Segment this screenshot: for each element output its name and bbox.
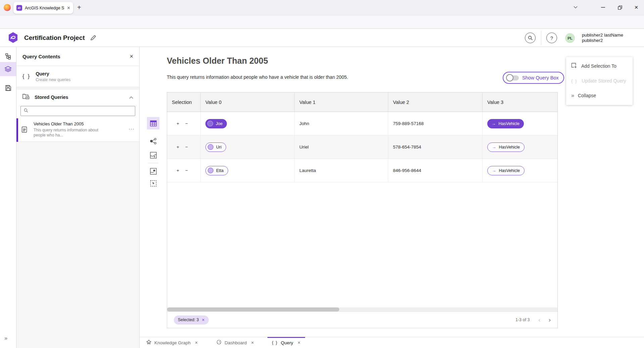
- folder-icon: [22, 94, 30, 101]
- menu-item-add-selection-to[interactable]: Add Selection To: [566, 59, 633, 73]
- user-info[interactable]: publisher2 lastName publisher2: [582, 33, 623, 43]
- scrollbar-thumb[interactable]: [167, 307, 339, 311]
- stored-queries-header[interactable]: Stored Queries: [16, 90, 139, 105]
- remove-selection-icon[interactable]: −: [185, 121, 188, 126]
- tab-query[interactable]: { } Query ×: [267, 337, 305, 348]
- table-row[interactable]: + − Etta Lauretta 846-956-8644 →HasVehic…: [167, 159, 557, 182]
- query-item[interactable]: { } Query Create new queries: [16, 66, 139, 87]
- table-header-row: Selection Value 0 Value 1 Value 2 Value …: [167, 93, 557, 112]
- add-selection-icon[interactable]: +: [177, 168, 179, 173]
- pagination-next-icon[interactable]: ›: [549, 316, 551, 324]
- header-divider: [541, 31, 541, 45]
- menu-item-update-stored-query[interactable]: { } Update Stored Query: [566, 73, 633, 88]
- menu-item-collapse[interactable]: » Collapse: [566, 88, 633, 103]
- stored-query-options-icon[interactable]: ···: [129, 126, 135, 131]
- expand-rail-icon[interactable]: »: [4, 335, 7, 341]
- entity-pill[interactable]: Uri: [205, 142, 226, 152]
- view-table-button[interactable]: [147, 117, 159, 129]
- tab-title: ArcGIS Knowledge Studio: [25, 6, 64, 10]
- window-minimize-button[interactable]: [598, 3, 608, 12]
- entity-pill[interactable]: Joe: [205, 119, 227, 128]
- entity-pill[interactable]: Etta: [205, 166, 228, 175]
- pagination-range: 1-3 of 3: [515, 317, 530, 322]
- close-tab-icon[interactable]: ×: [195, 340, 198, 345]
- add-selection-icon[interactable]: +: [177, 144, 179, 150]
- horizontal-scrollbar[interactable]: [167, 307, 557, 311]
- toggle-switch[interactable]: [507, 75, 519, 80]
- tab-close-icon[interactable]: ×: [67, 5, 70, 11]
- column-header-value0[interactable]: Value 0: [201, 93, 295, 112]
- search-input[interactable]: [31, 109, 132, 114]
- query-item-label: Query: [36, 71, 70, 76]
- avatar[interactable]: PL: [565, 33, 575, 43]
- entity-dot-icon: [207, 121, 213, 126]
- pagination-prev-icon[interactable]: ‹: [538, 316, 540, 324]
- sidebar-item-save[interactable]: [0, 81, 16, 95]
- view-link-chart-button[interactable]: [147, 135, 159, 147]
- remove-selection-icon[interactable]: −: [185, 168, 188, 173]
- stored-queries-label: Stored Queries: [35, 95, 68, 100]
- column-header-value3[interactable]: Value 3: [483, 93, 557, 112]
- toggle-knob[interactable]: [506, 74, 513, 81]
- table-row[interactable]: + − Uri Uriel 578-654-7854 →HasVehicle: [167, 135, 557, 159]
- show-query-box-toggle[interactable]: Show Query Box: [503, 72, 564, 84]
- user-login: publisher2: [582, 38, 623, 43]
- toolbar-divider: [148, 163, 158, 163]
- stored-queries-search[interactable]: [20, 106, 135, 116]
- knowledge-graph-icon: [146, 340, 151, 346]
- clear-selection-icon[interactable]: ×: [202, 317, 205, 323]
- remove-selection-icon[interactable]: −: [185, 144, 188, 150]
- select-tool-button[interactable]: [147, 177, 159, 189]
- tab-knowledge-graph[interactable]: Knowledge Graph ×: [142, 337, 202, 348]
- table-row[interactable]: + − Joe John 759-889-57168 →HasVehicle: [167, 112, 557, 135]
- relationship-pill[interactable]: →HasVehicle: [487, 166, 525, 175]
- column-header-value2[interactable]: Value 2: [388, 93, 483, 112]
- help-button[interactable]: ?: [546, 33, 557, 43]
- close-tab-icon[interactable]: ×: [251, 340, 254, 345]
- stored-query-item[interactable]: Vehicles Older Than 2005 This query retu…: [16, 118, 139, 142]
- view-map-button[interactable]: [147, 149, 159, 161]
- close-tab-icon[interactable]: ×: [298, 340, 300, 345]
- browser-tab[interactable]: ArcGIS Knowledge Studio ×: [13, 2, 73, 14]
- relationship-pill[interactable]: →HasVehicle: [487, 142, 525, 152]
- selected-count-chip[interactable]: Selected: 3 ×: [174, 315, 209, 325]
- relationship-pill[interactable]: →HasVehicle: [487, 119, 524, 128]
- search-button[interactable]: [525, 33, 536, 43]
- app-logo-icon: [8, 32, 18, 45]
- add-selection-to-icon: [571, 63, 577, 69]
- column-header-value1[interactable]: Value 1: [295, 93, 388, 112]
- stored-query-description: This query returns information about peo…: [34, 128, 105, 138]
- panel-title: Query Contents: [22, 54, 60, 59]
- panel-separator: [16, 87, 139, 90]
- results-table: Selection Value 0 Value 1 Value 2 Value …: [167, 92, 558, 328]
- dashboard-gauge-icon: [216, 340, 221, 346]
- app-favicon-icon: [16, 5, 22, 11]
- entity-dot-icon: [208, 168, 213, 173]
- collapse-section-chevron-icon[interactable]: [129, 94, 133, 100]
- braces-icon: { }: [272, 340, 278, 345]
- panel-close-icon[interactable]: ×: [130, 53, 133, 60]
- panel-empty-area: [16, 142, 139, 348]
- main-content: Vehicles Older Than 2005 This query retu…: [140, 47, 644, 337]
- user-name: publisher2 lastName: [582, 33, 623, 38]
- tab-dashboard[interactable]: Dashboard ×: [212, 337, 258, 348]
- selected-indicator-bar: [16, 118, 18, 142]
- cell-name: Lauretta: [295, 159, 388, 182]
- tab-list-chevron-icon[interactable]: [571, 3, 581, 12]
- window-restore-button[interactable]: [615, 3, 625, 12]
- column-header-selection[interactable]: Selection: [167, 93, 201, 112]
- new-tab-button[interactable]: +: [77, 4, 81, 11]
- braces-icon: { }: [571, 78, 577, 83]
- cell-phone: 846-956-8644: [388, 159, 483, 182]
- table-footer: Selected: 3 × 1-3 of 3 ‹ ›: [167, 311, 557, 328]
- firefox-icon[interactable]: [4, 4, 11, 11]
- add-selection-icon[interactable]: +: [177, 121, 179, 126]
- entity-dot-icon: [208, 144, 213, 150]
- edit-title-pencil-icon[interactable]: [90, 35, 96, 42]
- view-new-map-button[interactable]: [147, 165, 159, 177]
- sidebar-item-contents[interactable]: [0, 62, 16, 76]
- sidebar-item-data-model[interactable]: [0, 50, 16, 63]
- window-close-button[interactable]: ×: [631, 3, 641, 12]
- query-item-description: Create new queries: [36, 77, 70, 82]
- stored-query-doc-icon: [21, 126, 27, 134]
